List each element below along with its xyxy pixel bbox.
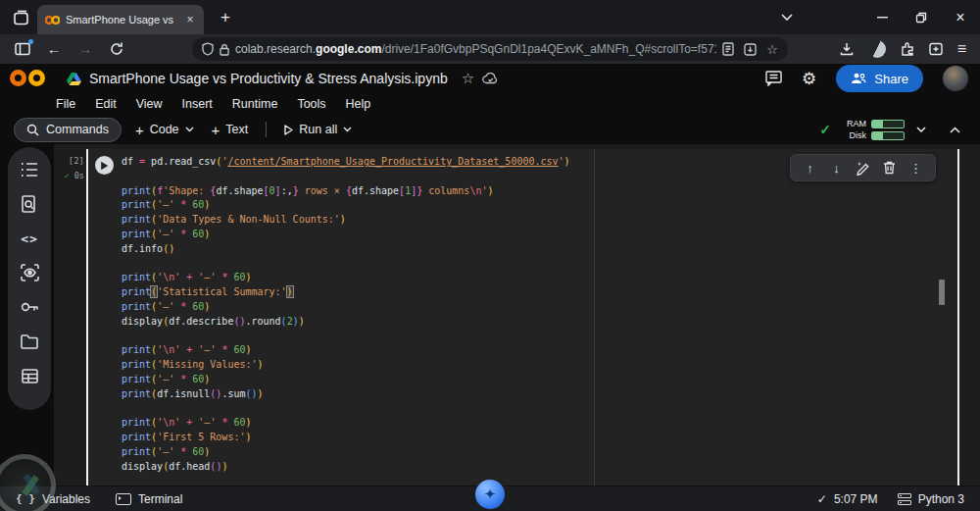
disk-usage-bar xyxy=(871,131,905,140)
code-cell[interactable]: df = pd.read_csv('/content/Smartphone_Us… xyxy=(86,149,959,485)
add-code-label: Code xyxy=(150,123,179,136)
browser-toolbar: ← → colab.research.google.com/drive/1Fa0… xyxy=(0,34,980,64)
run-cell-button[interactable] xyxy=(95,156,114,175)
inspector-eye-icon[interactable] xyxy=(19,262,40,283)
colab-favicon xyxy=(45,15,60,26)
files-folder-icon[interactable] xyxy=(19,331,40,352)
refresh-button[interactable] xyxy=(104,37,129,61)
new-tab-button[interactable]: + xyxy=(212,4,239,31)
window-restore-button[interactable] xyxy=(902,0,941,34)
notebook-content: [2] ✓ 0s df = pd.read_csv('/content/Smar… xyxy=(54,144,980,485)
move-cell-down-icon[interactable]: ↓ xyxy=(825,157,848,179)
run-all-button[interactable]: Run all xyxy=(280,123,356,136)
secrets-key-icon[interactable] xyxy=(19,296,40,318)
resource-gauges[interactable]: RAM Disk xyxy=(843,119,905,140)
kernel-selector[interactable]: Python 3 xyxy=(898,492,964,506)
chevron-down-icon xyxy=(185,127,194,132)
cell-gutter: [2] ✓ 0s xyxy=(59,156,84,180)
chevron-down-icon xyxy=(343,127,352,132)
notebook-title[interactable]: SmartPhone Usage vs Productivity & Stres… xyxy=(89,71,448,86)
code-lines[interactable]: df = pd.read_csv('/content/Smartphone_Us… xyxy=(122,155,936,475)
favorite-star-icon[interactable]: ☆ xyxy=(766,42,778,57)
menu-view[interactable]: View xyxy=(136,97,163,111)
more-actions-kebab-icon[interactable]: ⋮ xyxy=(905,157,927,179)
colab-logo[interactable] xyxy=(10,68,45,89)
ram-usage-bar xyxy=(871,120,905,128)
toolbar-divider xyxy=(266,122,267,137)
notebook-toolbar: Commands + Code + Text Run all ✓ RAM Dis… xyxy=(0,115,980,144)
edit-with-ai-icon[interactable] xyxy=(852,157,874,179)
reading-mode-icon[interactable] xyxy=(722,42,734,57)
plus-icon: + xyxy=(212,122,220,138)
settings-menu-icon[interactable]: ≡ xyxy=(957,40,966,58)
play-icon xyxy=(100,161,109,171)
variables-button[interactable]: { } Variables xyxy=(16,492,90,506)
add-code-button[interactable]: + Code xyxy=(131,122,198,138)
terminal-label: Terminal xyxy=(138,492,182,506)
data-table-icon[interactable] xyxy=(19,365,40,386)
variables-braces-icon: { } xyxy=(16,492,35,505)
ram-label: RAM xyxy=(843,119,866,128)
comments-icon[interactable] xyxy=(765,71,782,86)
forward-button[interactable]: → xyxy=(73,37,98,61)
add-text-label: Text xyxy=(225,123,248,136)
move-cell-up-icon[interactable]: ↑ xyxy=(799,157,821,179)
tab-actions-icon[interactable] xyxy=(8,5,33,30)
run-icon xyxy=(284,125,293,135)
workspaces-icon[interactable] xyxy=(10,37,35,61)
tracking-shield-icon[interactable] xyxy=(202,42,214,56)
kernel-label: Python 3 xyxy=(918,492,964,506)
resources-chevron-down-icon[interactable] xyxy=(916,127,926,132)
time-label: 5:07 PM xyxy=(834,492,878,506)
disk-label: Disk xyxy=(843,130,866,140)
browser-profile-avatar[interactable] xyxy=(868,40,886,58)
run-all-label: Run all xyxy=(299,123,337,136)
main-area: <> [2] ✓ 0s df = pd.read_csv('/content/S… xyxy=(0,144,980,485)
browser-tab[interactable]: SmartPhone Usage vs Productiv × xyxy=(37,5,204,34)
kernel-icon xyxy=(898,493,911,505)
commands-button[interactable]: Commands xyxy=(14,118,122,142)
back-button[interactable]: ← xyxy=(41,37,67,61)
address-bar[interactable]: colab.research.google.com/drive/1Fa0fGvb… xyxy=(192,37,788,61)
terminal-button[interactable]: Terminal xyxy=(116,492,182,506)
window-minimize-button[interactable] xyxy=(862,0,902,34)
tab-title: SmartPhone Usage vs Productiv xyxy=(66,14,176,26)
drive-icon xyxy=(67,73,81,85)
plus-icon: + xyxy=(135,122,144,138)
settings-gear-icon[interactable]: ⚙ xyxy=(802,69,816,89)
time-check-icon: ✓ xyxy=(817,492,827,506)
window-close-button[interactable]: × xyxy=(941,0,980,34)
extensions-icon[interactable] xyxy=(901,42,914,56)
menu-runtime[interactable]: Runtime xyxy=(232,97,278,111)
menu-edit[interactable]: Edit xyxy=(95,97,117,111)
share-button[interactable]: Share xyxy=(836,65,923,92)
add-text-button[interactable]: + Text xyxy=(208,122,253,138)
tab-search-chevron-icon[interactable] xyxy=(770,0,804,34)
editor-scrollbar-thumb[interactable] xyxy=(939,280,945,305)
star-notebook-icon[interactable]: ☆ xyxy=(462,70,474,87)
terminal-icon xyxy=(116,493,131,505)
menu-insert[interactable]: Insert xyxy=(182,97,213,111)
delete-cell-icon[interactable] xyxy=(878,157,901,179)
execution-time: ✓ 0s xyxy=(59,171,84,180)
find-replace-icon[interactable] xyxy=(19,193,40,215)
downloads-icon[interactable] xyxy=(840,42,854,56)
code-snippets-icon[interactable]: <> xyxy=(19,228,40,249)
collapse-header-chevron-up-icon[interactable] xyxy=(950,127,960,133)
tab-close-icon[interactable]: × xyxy=(182,12,198,27)
menu-tools[interactable]: Tools xyxy=(297,97,325,111)
search-icon xyxy=(26,124,39,136)
runtime-connected-check-icon: ✓ xyxy=(819,122,831,137)
split-screen-icon[interactable] xyxy=(929,42,943,56)
colab-header: SmartPhone Usage vs Productivity & Stres… xyxy=(0,64,980,93)
gemini-assistant-button[interactable]: ✦ xyxy=(475,480,505,509)
last-executed-time: ✓ 5:07 PM xyxy=(817,492,878,506)
menu-help[interactable]: Help xyxy=(346,97,371,111)
account-avatar[interactable] xyxy=(943,66,968,91)
menu-file[interactable]: File xyxy=(56,97,75,111)
save-status-cloud-icon[interactable] xyxy=(482,73,499,84)
share-label: Share xyxy=(874,72,908,86)
lock-icon[interactable] xyxy=(220,43,229,56)
table-of-contents-icon[interactable] xyxy=(19,159,40,180)
save-collection-icon[interactable] xyxy=(744,42,757,57)
